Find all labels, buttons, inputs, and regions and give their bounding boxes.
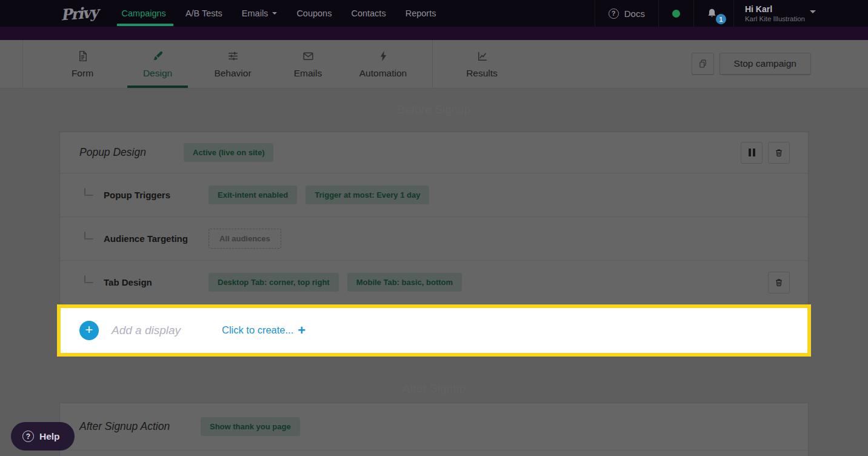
row-popup-triggers[interactable]: Popup Triggers Exit-intent enabled Trigg… bbox=[60, 173, 808, 217]
delete-button[interactable] bbox=[768, 142, 790, 164]
row-label: Popup Design bbox=[79, 146, 184, 159]
tab-design[interactable]: Design bbox=[120, 40, 195, 88]
account-name: Karl Kite Illustration bbox=[745, 15, 805, 22]
primary-nav: Campaigns A/B Tests Emails Coupons Conta… bbox=[112, 0, 446, 27]
nav-item-coupons[interactable]: Coupons bbox=[287, 0, 341, 27]
help-button[interactable]: ? Help bbox=[11, 422, 75, 451]
row-tab-design[interactable]: Tab Design Desktop Tab: corner, top righ… bbox=[60, 261, 808, 304]
tree-connector-icon bbox=[84, 275, 93, 283]
nav-item-reports[interactable]: Reports bbox=[396, 0, 446, 27]
pause-icon bbox=[749, 149, 751, 156]
audience-badge: All audiences bbox=[209, 229, 281, 249]
design-page: Before Signup Popup Design Active (live … bbox=[0, 89, 868, 456]
privy-logo[interactable]: Privy bbox=[60, 3, 98, 24]
duplicate-campaign-button[interactable] bbox=[692, 53, 714, 75]
tab-automation[interactable]: Automation bbox=[346, 40, 421, 88]
docs-button[interactable]: ? Docs bbox=[595, 0, 658, 27]
add-plus-icon[interactable]: + bbox=[79, 321, 99, 340]
status-indicator bbox=[658, 0, 693, 27]
trigger-badge: Exit-intent enabled bbox=[209, 186, 297, 204]
tabbar-divider bbox=[22, 40, 23, 88]
copy-icon bbox=[698, 59, 708, 69]
nav-right-group: ? Docs 1 Hi Karl Karl Kite Illustration bbox=[595, 0, 868, 27]
row-audience-targeting[interactable]: Audience Targeting All audiences bbox=[60, 217, 808, 261]
row-after-signup-action[interactable]: After Signup Action Show thank you page bbox=[60, 403, 808, 451]
banner-strip bbox=[0, 27, 868, 40]
trigger-frequency-badge: Trigger at most: Every 1 day bbox=[305, 186, 429, 204]
lightning-icon bbox=[377, 50, 390, 62]
nav-item-emails[interactable]: Emails bbox=[232, 0, 287, 27]
row-label: Popup Triggers bbox=[104, 190, 192, 200]
click-to-create-link[interactable]: Click to create... + bbox=[222, 324, 305, 337]
tab-results[interactable]: Results bbox=[444, 40, 519, 88]
after-signup-card: After Signup Action Show thank you page bbox=[59, 403, 809, 456]
chart-icon bbox=[476, 50, 489, 62]
campaign-actions: Stop campaign bbox=[692, 53, 811, 75]
tab-form[interactable]: Form bbox=[45, 40, 120, 88]
after-signup-title: After Signup bbox=[0, 357, 868, 399]
notification-count-badge: 1 bbox=[716, 14, 726, 24]
add-display-label: Add a display bbox=[112, 324, 222, 337]
paintbrush-icon bbox=[152, 50, 164, 62]
tree-connector-icon bbox=[84, 232, 93, 240]
notifications-button[interactable]: 1 bbox=[693, 0, 733, 27]
status-badge: Active (live on site) bbox=[184, 143, 273, 162]
desktop-tab-badge: Desktop Tab: corner, top right bbox=[209, 273, 339, 292]
top-navbar: Privy Campaigns A/B Tests Emails Coupons… bbox=[0, 0, 868, 27]
row-partial bbox=[60, 451, 808, 456]
envelope-icon bbox=[302, 50, 315, 62]
question-circle-icon: ? bbox=[609, 8, 619, 19]
row-label: After Signup Action bbox=[79, 420, 201, 433]
tree-connector-icon bbox=[84, 188, 93, 196]
row-popup-design[interactable]: Popup Design Active (live on site) bbox=[60, 132, 808, 173]
tabbar-divider bbox=[432, 40, 433, 88]
tab-emails[interactable]: Emails bbox=[270, 40, 346, 88]
before-signup-card: Popup Design Active (live on site) Popup… bbox=[59, 132, 809, 357]
trash-icon bbox=[774, 278, 784, 287]
add-display-row[interactable]: + Add a display Click to create... + bbox=[57, 304, 811, 357]
nav-item-contacts[interactable]: Contacts bbox=[341, 0, 395, 27]
user-greeting: Hi Karl bbox=[745, 4, 772, 15]
account-menu[interactable]: Hi Karl Karl Kite Illustration bbox=[733, 0, 868, 27]
tab-behavior[interactable]: Behavior bbox=[195, 40, 270, 88]
after-signup-badge: Show thank you page bbox=[201, 417, 300, 436]
pause-button[interactable] bbox=[741, 142, 763, 164]
row-label: Audience Targeting bbox=[104, 233, 192, 244]
mobile-tab-badge: Mobile Tab: basic, bottom bbox=[347, 273, 462, 292]
green-dot-icon bbox=[672, 10, 680, 18]
document-icon bbox=[76, 50, 89, 62]
delete-button[interactable] bbox=[768, 272, 790, 293]
chevron-down-icon bbox=[810, 10, 816, 13]
sliders-icon bbox=[227, 50, 239, 62]
stop-campaign-button[interactable]: Stop campaign bbox=[719, 53, 811, 75]
trash-icon bbox=[774, 148, 784, 158]
chevron-down-icon bbox=[272, 12, 277, 15]
nav-item-campaigns[interactable]: Campaigns bbox=[112, 0, 176, 27]
row-label: Tab Design bbox=[104, 277, 192, 287]
plus-icon: + bbox=[298, 324, 305, 337]
before-signup-title: Before Signup bbox=[0, 89, 868, 120]
campaign-tabbar: Form Design Behavior Emails Automation R… bbox=[0, 40, 868, 89]
question-circle-icon: ? bbox=[22, 431, 34, 442]
nav-item-ab-tests[interactable]: A/B Tests bbox=[176, 0, 232, 27]
